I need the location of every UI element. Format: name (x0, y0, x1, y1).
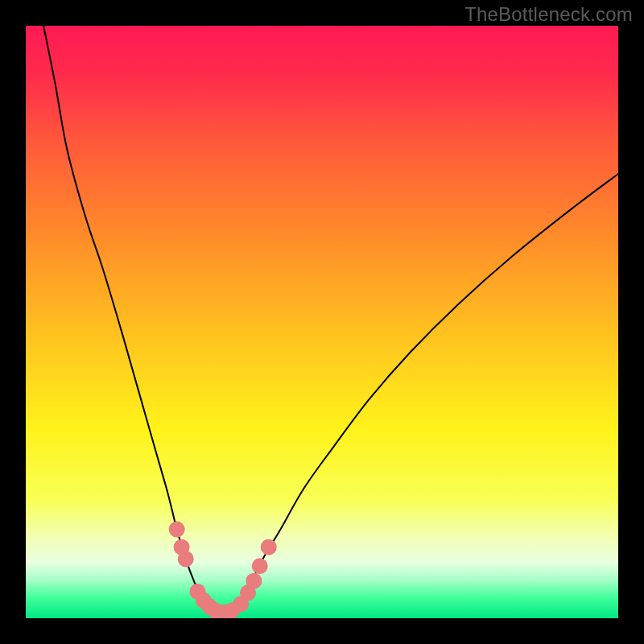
bead-marker (252, 558, 268, 574)
plot-area (26, 26, 618, 618)
bead-marker (178, 551, 194, 567)
chart-frame: TheBottleneck.com (0, 0, 644, 644)
bead-marker (261, 539, 277, 555)
bead-marker (246, 573, 262, 589)
bottleneck-chart (26, 26, 618, 618)
watermark-text: TheBottleneck.com (464, 3, 633, 26)
bead-marker (169, 522, 185, 538)
gradient-background (26, 26, 618, 618)
